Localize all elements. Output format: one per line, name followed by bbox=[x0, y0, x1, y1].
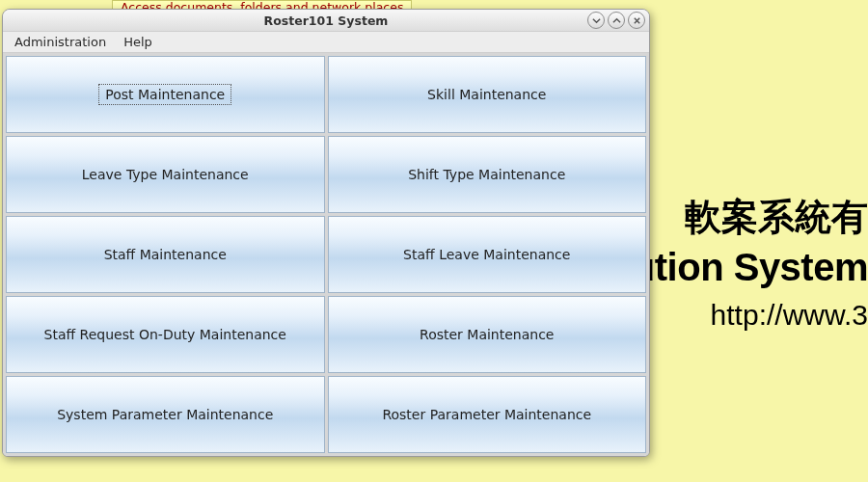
menu-help[interactable]: Help bbox=[116, 33, 160, 51]
tile-staff-request-on-duty-maintenance[interactable]: Staff Request On-Duty Maintenance bbox=[6, 296, 325, 373]
close-icon bbox=[633, 16, 641, 25]
tile-staff-leave-maintenance[interactable]: Staff Leave Maintenance bbox=[328, 216, 647, 293]
tile-label: Staff Leave Maintenance bbox=[397, 245, 576, 264]
tile-shift-type-maintenance[interactable]: Shift Type Maintenance bbox=[328, 136, 647, 213]
tile-label: Roster Maintenance bbox=[414, 325, 559, 344]
minimize-button[interactable] bbox=[587, 12, 605, 29]
tile-skill-maintenance[interactable]: Skill Maintenance bbox=[328, 56, 647, 133]
close-button[interactable] bbox=[628, 12, 645, 29]
tile-roster-parameter-maintenance[interactable]: Roster Parameter Maintenance bbox=[328, 376, 647, 453]
tile-staff-maintenance[interactable]: Staff Maintenance bbox=[6, 216, 325, 293]
tile-roster-maintenance[interactable]: Roster Maintenance bbox=[328, 296, 647, 373]
tile-label: Roster Parameter Maintenance bbox=[376, 405, 597, 424]
app-window: Roster101 System Administration Help Pos… bbox=[2, 9, 650, 457]
tile-grid: Post MaintenanceSkill MaintenanceLeave T… bbox=[3, 53, 649, 456]
tile-label: Skill Maintenance bbox=[421, 85, 552, 104]
menu-administration[interactable]: Administration bbox=[7, 33, 114, 51]
tile-label: Leave Type Maintenance bbox=[76, 165, 255, 184]
tile-leave-type-maintenance[interactable]: Leave Type Maintenance bbox=[6, 136, 325, 213]
menubar: Administration Help bbox=[3, 32, 649, 53]
tile-label: Shift Type Maintenance bbox=[402, 165, 571, 184]
tile-system-parameter-maintenance[interactable]: System Parameter Maintenance bbox=[6, 376, 325, 453]
tile-label: Staff Request On-Duty Maintenance bbox=[39, 325, 292, 344]
window-title: Roster101 System bbox=[3, 13, 649, 28]
tile-post-maintenance[interactable]: Post Maintenance bbox=[6, 56, 325, 133]
window-controls bbox=[587, 12, 645, 29]
tile-label: Post Maintenance bbox=[98, 84, 231, 105]
chevron-up-icon bbox=[612, 16, 621, 25]
maximize-button[interactable] bbox=[608, 12, 625, 29]
window-titlebar[interactable]: Roster101 System bbox=[3, 10, 649, 32]
tile-label: System Parameter Maintenance bbox=[51, 405, 279, 424]
tile-label: Staff Maintenance bbox=[98, 245, 232, 264]
chevron-down-icon bbox=[592, 16, 601, 25]
